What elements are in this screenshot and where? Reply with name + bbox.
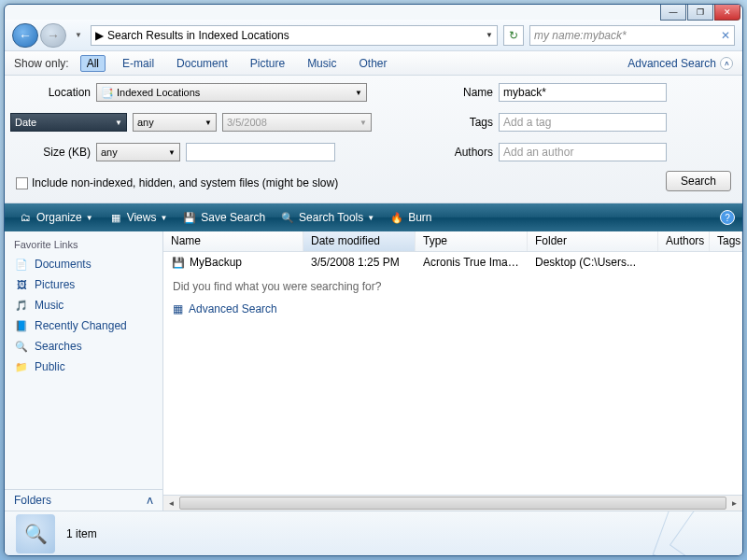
filter-tab-music[interactable]: Music [302, 56, 342, 71]
breadcrumb-text: Search Results in Indexed Locations [107, 29, 289, 42]
folder-icon: 🖼 [14, 277, 29, 292]
status-bar: 🔍 1 item [5, 511, 742, 555]
filter-tab-email[interactable]: E-mail [117, 56, 160, 71]
include-hidden-checkbox[interactable] [16, 177, 28, 189]
column-header-folder[interactable]: Folder [528, 231, 658, 251]
sidebar-link-label: Recently Changed [35, 319, 127, 332]
search-input-value: my name:myback* [534, 29, 627, 42]
search-tools-button[interactable]: 🔍Search Tools▼ [275, 207, 380, 228]
scroll-right-icon[interactable]: ► [726, 496, 742, 511]
authors-label: Authors [446, 146, 493, 159]
name-input[interactable]: myback* [499, 83, 667, 102]
search-input[interactable]: my name:myback* ✕ [529, 25, 735, 46]
advanced-search-panel: Location 📑 Indexed Locations▼ Date▼ any▼… [5, 76, 742, 203]
advanced-search-link[interactable]: ▦ Advanced Search [163, 301, 742, 317]
filter-tab-all[interactable]: All [80, 55, 106, 72]
navigation-bar: ← → ▼ ▶ Search Results in Indexed Locati… [5, 20, 742, 51]
breadcrumb-sep-icon: ▶ [95, 29, 104, 42]
sidebar-link-music[interactable]: 🎵Music [14, 295, 153, 315]
views-icon: ▦ [108, 210, 123, 225]
size-operator-select[interactable]: any▼ [96, 143, 180, 161]
size-value-input[interactable] [186, 143, 335, 161]
organize-icon: 🗂 [18, 210, 33, 225]
filter-label: Show only: [14, 57, 69, 70]
folder-icon: 🎵 [14, 298, 29, 313]
date-value-select[interactable]: 3/5/2008▼ [222, 113, 372, 132]
folders-toggle[interactable]: Foldersʌ [5, 489, 162, 511]
folder-icon: 📘 [14, 318, 29, 333]
column-header-name[interactable]: Name [163, 231, 303, 251]
views-button[interactable]: ▦Views▼ [103, 207, 174, 228]
search-button[interactable]: Search [666, 171, 731, 191]
decorative-swoosh [630, 511, 742, 555]
cell-folder: Desktop (C:\Users... [528, 256, 658, 269]
favorite-links-header: Favorite Links [5, 231, 162, 254]
column-headers: NameDate modifiedTypeFolderAuthorsTags [163, 231, 742, 252]
size-label: Size (KB) [16, 146, 91, 159]
folder-icon: 📄 [14, 257, 29, 272]
back-button[interactable]: ← [12, 23, 38, 48]
burn-button[interactable]: 🔥Burn [384, 207, 437, 228]
column-header-date-modified[interactable]: Date modified [303, 231, 416, 251]
minimize-button[interactable]: — [660, 4, 686, 21]
horizontal-scrollbar[interactable]: ◄ ► [163, 495, 742, 511]
advanced-search-icon: ▦ [173, 302, 183, 315]
sidebar-link-label: Pictures [35, 278, 75, 291]
folder-icon: 🔍 [14, 339, 29, 354]
search-tools-icon: 🔍 [280, 210, 295, 225]
location-label: Location [16, 86, 91, 99]
refresh-button[interactable]: ↻ [503, 25, 524, 46]
clear-search-icon[interactable]: ✕ [721, 29, 730, 42]
sidebar-link-pictures[interactable]: 🖼Pictures [14, 274, 153, 295]
date-operator-select[interactable]: any▼ [133, 113, 217, 132]
sidebar-link-label: Searches [35, 340, 82, 353]
advanced-search-toggle[interactable]: Advanced Search ʌ [627, 57, 733, 70]
command-toolbar: 🗂Organize▼ ▦Views▼ 💾Save Search 🔍Search … [5, 203, 742, 231]
sidebar-link-searches[interactable]: 🔍Searches [14, 336, 153, 357]
item-count: 1 item [66, 527, 97, 540]
filter-bar: Show only: All E-mail Document Picture M… [5, 51, 742, 76]
column-header-tags[interactable]: Tags [710, 231, 742, 251]
forward-button[interactable]: → [40, 23, 66, 48]
cell-name: 💾MyBackup [163, 255, 303, 270]
sidebar-link-label: Music [35, 299, 63, 312]
folder-icon: 📁 [14, 359, 29, 374]
filter-tab-document[interactable]: Document [171, 56, 233, 71]
organize-button[interactable]: 🗂Organize▼ [12, 207, 99, 228]
sidebar-link-recently-changed[interactable]: 📘Recently Changed [14, 315, 153, 336]
results-pane: NameDate modifiedTypeFolderAuthorsTags 💾… [163, 231, 742, 511]
column-header-authors[interactable]: Authors [658, 231, 710, 251]
search-prompt: Did you find what you were searching for… [163, 273, 742, 301]
chevron-up-icon: ʌ [720, 57, 733, 70]
sidebar-link-documents[interactable]: 📄Documents [14, 254, 153, 274]
save-icon: 💾 [182, 210, 197, 225]
address-bar[interactable]: ▶ Search Results in Indexed Locations ▼ [91, 25, 498, 46]
maximize-button[interactable]: ❐ [687, 4, 713, 21]
save-search-button[interactable]: 💾Save Search [176, 207, 271, 228]
file-icon: 💾 [171, 255, 186, 270]
include-hidden-label: Include non-indexed, hidden, and system … [32, 176, 338, 189]
tags-label: Tags [446, 116, 493, 129]
close-button[interactable]: ✕ [714, 4, 740, 21]
burn-icon: 🔥 [389, 210, 404, 225]
history-dropdown-icon[interactable]: ▼ [72, 23, 85, 48]
sidebar-link-public[interactable]: 📁Public [14, 357, 153, 377]
filter-tab-other[interactable]: Other [353, 56, 392, 71]
cell-type: Acronis True Imag... [416, 256, 528, 269]
date-field-select[interactable]: Date▼ [10, 113, 127, 132]
cell-date-modified: 3/5/2008 1:25 PM [303, 256, 416, 269]
sidebar-link-label: Public [35, 360, 65, 373]
result-row[interactable]: 💾MyBackup3/5/2008 1:25 PMAcronis True Im… [163, 252, 742, 273]
authors-input[interactable]: Add an author [499, 143, 667, 161]
scroll-left-icon[interactable]: ◄ [163, 496, 179, 511]
sidebar-link-label: Documents [35, 258, 92, 271]
address-dropdown-icon[interactable]: ▼ [486, 31, 493, 39]
scroll-thumb[interactable] [179, 497, 726, 510]
chevron-up-icon: ʌ [147, 494, 153, 507]
help-button[interactable]: ? [720, 210, 735, 225]
column-header-type[interactable]: Type [416, 231, 528, 251]
sidebar: Favorite Links 📄Documents🖼Pictures🎵Music… [5, 231, 163, 511]
filter-tab-picture[interactable]: Picture [245, 56, 290, 71]
location-select[interactable]: 📑 Indexed Locations▼ [96, 83, 367, 102]
tags-input[interactable]: Add a tag [499, 113, 667, 132]
